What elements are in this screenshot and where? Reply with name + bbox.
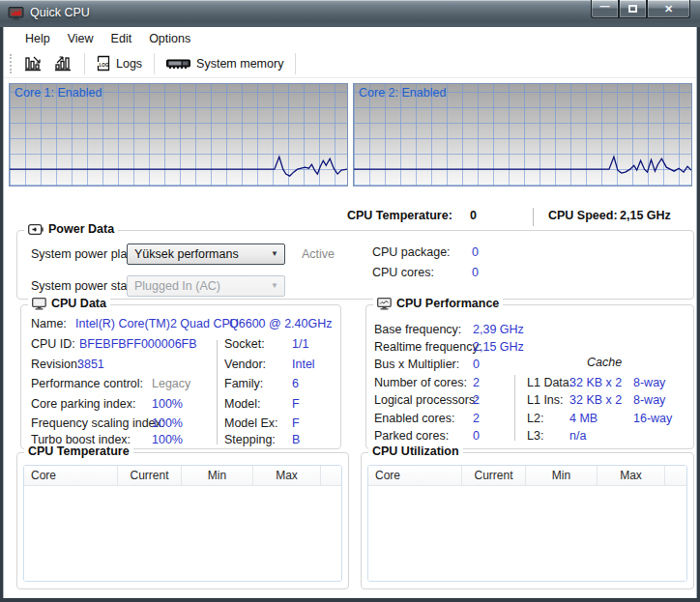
cpu-data-title: CPU Data bbox=[51, 297, 106, 310]
minimize-icon: — bbox=[600, 1, 610, 12]
menubar: Help View Edit Options bbox=[4, 27, 696, 49]
cpu-cores-label: CPU cores: bbox=[372, 266, 434, 279]
close-button[interactable]: ✕ bbox=[647, 0, 690, 18]
column-header-max[interactable]: Max bbox=[598, 466, 665, 485]
realtime-frequency-label: Realtime frequency: bbox=[374, 340, 481, 354]
column-header-max[interactable]: Max bbox=[253, 466, 321, 485]
power-plan-label: System power plan: bbox=[31, 247, 137, 261]
system-memory-button[interactable]: System memory bbox=[160, 51, 289, 76]
cpu-id-label: CPU ID: bbox=[31, 337, 75, 351]
cpu-performance-title: CPU Performance bbox=[396, 297, 499, 310]
client-area: Help View Edit Options bbox=[3, 27, 697, 598]
menu-help[interactable]: Help bbox=[16, 29, 59, 48]
cache-header: Cache bbox=[587, 356, 622, 369]
column-header-blank bbox=[321, 466, 341, 485]
family-value: 6 bbox=[292, 377, 299, 390]
core1-graph-label: Core 1: Enabled bbox=[15, 86, 102, 100]
vendor-value: Intel bbox=[292, 358, 315, 371]
cpu-temperature-value: 0 bbox=[470, 209, 477, 222]
cpu-utilization-group: CPU Utilization Core Current Min Max bbox=[361, 452, 694, 589]
toolbar-grip[interactable] bbox=[10, 54, 13, 73]
column-header-current[interactable]: Current bbox=[118, 466, 182, 485]
chart-ascending-button[interactable] bbox=[48, 51, 78, 76]
core2-graph-label: Core 2: Enabled bbox=[359, 86, 446, 100]
l1-ins-label: L1 Ins: bbox=[527, 393, 564, 407]
cpu-performance-group: CPU Performance Base frequency: 2,39 GHz… bbox=[365, 304, 694, 449]
parked-cores-label: Parked cores: bbox=[374, 429, 449, 443]
enabled-cores-label: Enabled cores: bbox=[374, 412, 454, 425]
revision-label: Revision: bbox=[31, 358, 80, 371]
maximize-button[interactable] bbox=[619, 0, 647, 18]
frequency-scaling-value: 100% bbox=[152, 416, 183, 430]
base-frequency-value: 2,39 GHz bbox=[473, 323, 524, 336]
realtime-frequency-value: 2,15 GHz bbox=[473, 340, 524, 354]
performance-monitor-icon bbox=[377, 298, 392, 310]
monitor-icon bbox=[32, 298, 46, 310]
cpu-speed-value: 2,15 GHz bbox=[620, 209, 671, 222]
l1-data-size: 32 KB x 2 bbox=[569, 376, 622, 389]
cpu-name-value-2: Q6600 @ 2.40GHz bbox=[229, 317, 333, 330]
cpu-name-value: Intel(R) Core(TM)2 Quad CPU bbox=[75, 317, 239, 330]
column-header-current[interactable]: Current bbox=[462, 466, 526, 485]
logs-button[interactable]: LOG Logs bbox=[91, 51, 148, 76]
l2-label: L2: bbox=[527, 412, 543, 425]
cpu-cores-value: 0 bbox=[472, 266, 479, 279]
logs-icon: LOG bbox=[97, 55, 110, 72]
base-frequency-label: Base frequency: bbox=[374, 323, 461, 336]
cpu-temperature-title: CPU Temperature bbox=[28, 444, 130, 458]
cpu-temperature-table: Core Current Min Max bbox=[23, 465, 342, 582]
power-plan-value: Yüksek performans bbox=[134, 247, 239, 261]
cpu-utilization-title: CPU Utilization bbox=[372, 444, 459, 458]
cpu-package-label: CPU package: bbox=[372, 245, 451, 259]
core2-graph: Core 2: Enabled bbox=[353, 83, 692, 186]
cpu-data-group: CPU Data Name: Intel(R) Core(TM)2 Quad C… bbox=[20, 304, 341, 449]
minimize-button[interactable]: — bbox=[591, 0, 619, 18]
menu-view[interactable]: View bbox=[59, 29, 102, 48]
power-data-title: Power Data bbox=[48, 222, 114, 236]
number-of-cores-label: Number of cores: bbox=[374, 376, 467, 389]
window-title: Quick CPU bbox=[30, 6, 90, 19]
logical-processors-label: Logical processors: bbox=[374, 393, 479, 407]
toolbar: LOG Logs System memory bbox=[4, 49, 696, 78]
chevron-down-icon: ▼ bbox=[271, 281, 278, 290]
power-state-value: Plugged In (AC) bbox=[134, 279, 220, 293]
power-plan-active-status: Active bbox=[302, 247, 335, 261]
performance-control-label: Performance control: bbox=[31, 377, 143, 390]
l1-ins-way: 8-way bbox=[633, 393, 665, 407]
core1-graph: Core 1: Enabled bbox=[9, 83, 348, 186]
power-plan-dropdown[interactable]: Yüksek performans ▼ bbox=[127, 244, 285, 265]
column-header-core[interactable]: Core bbox=[368, 466, 462, 485]
titlebar[interactable]: Quick CPU — ✕ bbox=[0, 0, 700, 27]
close-icon: ✕ bbox=[664, 3, 673, 15]
power-state-label: System power state: bbox=[31, 279, 140, 293]
cpu-utilization-table: Core Current Min Max bbox=[367, 465, 687, 582]
app-window: Quick CPU — ✕ Help View Edit Options bbox=[0, 0, 700, 602]
cpu-name-label: Name: bbox=[31, 317, 67, 330]
cpu-utilization-table-header: Core Current Min Max bbox=[368, 466, 686, 486]
cpu-package-value: 0 bbox=[472, 245, 479, 259]
cpu-utilization-header: CPU Utilization bbox=[368, 444, 463, 458]
model-value: F bbox=[292, 397, 300, 411]
vendor-label: Vendor: bbox=[224, 358, 266, 371]
cpu-temperature-table-header: Core Current Min Max bbox=[24, 466, 341, 486]
bar-chart-ascending-icon bbox=[54, 55, 73, 72]
stepping-value: B bbox=[292, 433, 300, 446]
column-header-min[interactable]: Min bbox=[526, 466, 598, 485]
menu-edit[interactable]: Edit bbox=[102, 29, 141, 48]
l1-data-way: 8-way bbox=[633, 376, 665, 389]
cpu-temperature-header: CPU Temperature bbox=[24, 444, 133, 458]
core-graphs: Core 1: Enabled Core 2: Enabled bbox=[9, 83, 692, 186]
family-label: Family: bbox=[224, 377, 263, 390]
column-header-core[interactable]: Core bbox=[24, 466, 118, 485]
bus-multiplier-value: 0 bbox=[473, 358, 480, 371]
parked-cores-value: 0 bbox=[473, 429, 480, 443]
model-ex-value: F bbox=[292, 416, 300, 430]
chart-descending-button[interactable] bbox=[18, 51, 48, 76]
column-header-min[interactable]: Min bbox=[182, 466, 253, 485]
cpu-temperature-group: CPU Temperature Core Current Min Max bbox=[16, 452, 349, 589]
frequency-scaling-label: Frequency scaling index: bbox=[31, 416, 164, 430]
l1-data-label: L1 Data: bbox=[527, 376, 572, 389]
menu-options[interactable]: Options bbox=[140, 29, 199, 48]
maximize-icon bbox=[628, 5, 637, 13]
l3-label: L3: bbox=[527, 429, 543, 443]
